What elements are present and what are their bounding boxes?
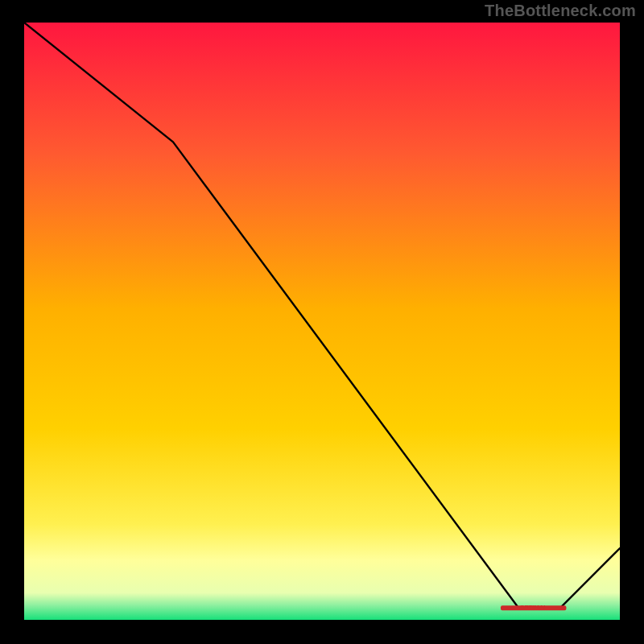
plot-area: OPTIMAL bbox=[24, 23, 620, 620]
chart-frame: TheBottleneck.com OPTIMAL bbox=[0, 0, 644, 644]
watermark-text: TheBottleneck.com bbox=[485, 2, 636, 20]
optimal-marker-label: OPTIMAL bbox=[519, 604, 547, 611]
gradient-background bbox=[24, 23, 620, 620]
chart-svg: OPTIMAL bbox=[24, 23, 620, 620]
